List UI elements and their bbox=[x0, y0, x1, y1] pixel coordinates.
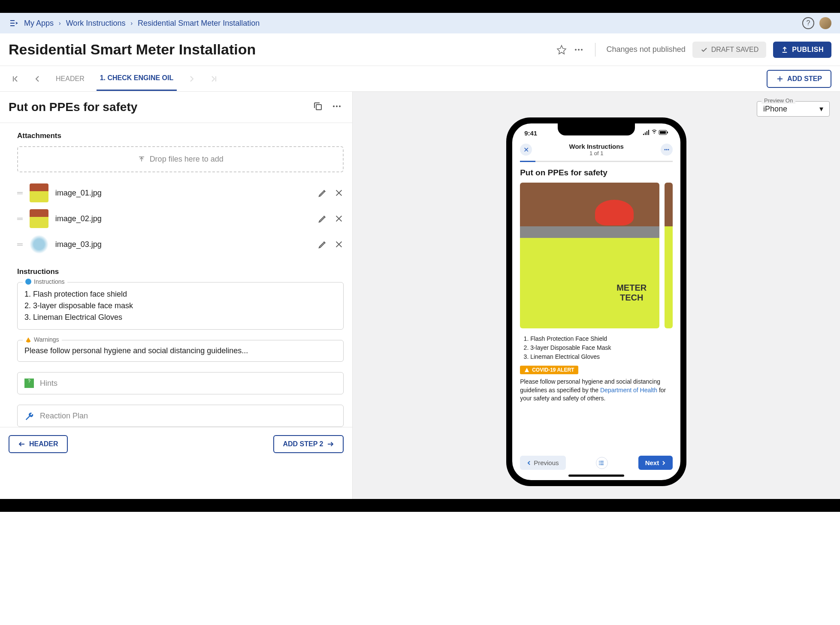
phone-prev-button[interactable]: Previous bbox=[520, 456, 565, 470]
menu-toggle-button[interactable] bbox=[9, 18, 19, 28]
instruction-item: Flash protection face shield bbox=[33, 288, 336, 300]
attachment-thumbnail[interactable] bbox=[30, 209, 48, 228]
svg-point-2 bbox=[581, 49, 583, 51]
svg-point-10 bbox=[665, 149, 666, 150]
instruction-item: Lineman Electrical Gloves bbox=[33, 312, 336, 323]
drag-handle-icon[interactable]: ═ bbox=[17, 189, 23, 198]
edit-icon[interactable] bbox=[318, 188, 327, 198]
warning-icon bbox=[524, 367, 529, 373]
attachment-row: ═ image_01.jpg bbox=[17, 180, 344, 206]
draft-saved-button[interactable]: DRAFT SAVED bbox=[692, 42, 767, 58]
edit-icon[interactable] bbox=[318, 214, 327, 223]
svg-point-0 bbox=[575, 49, 577, 51]
svg-point-1 bbox=[578, 49, 580, 51]
bottom-black-bar bbox=[0, 499, 840, 512]
svg-rect-8 bbox=[660, 131, 666, 134]
instructions-field-label: Instructions bbox=[23, 278, 67, 285]
svg-rect-3 bbox=[316, 105, 321, 110]
form-body: Attachments Drop files here to add ═ ima… bbox=[0, 123, 352, 427]
hints-icon: ? bbox=[24, 379, 34, 388]
preview-device-select[interactable]: Preview On iPhone▾ bbox=[757, 101, 830, 117]
phone-mockup: 9:41 ✕ Work Instructions 1 of 1 bbox=[506, 117, 686, 486]
nav-next-button[interactable]: ADD STEP 2 bbox=[273, 435, 344, 453]
phone-notch bbox=[558, 123, 635, 135]
chevron-left-icon bbox=[527, 461, 531, 465]
more-menu-icon[interactable] bbox=[574, 45, 584, 55]
breadcrumb-separator: › bbox=[59, 20, 61, 27]
phone-header-title: Work Instructions bbox=[569, 143, 624, 150]
breadcrumb-current[interactable]: Residential Smart Meter Installation bbox=[138, 19, 260, 28]
plus-icon bbox=[776, 75, 784, 83]
attachment-name: image_01.jpg bbox=[55, 189, 311, 198]
phone-guideline-text: Please follow personal hygiene and socia… bbox=[520, 378, 673, 403]
page-title: Residential Smart Meter Installation bbox=[9, 41, 256, 58]
phone-step-image[interactable]: METERTECH bbox=[520, 183, 659, 328]
breadcrumb-bar: My Apps › Work Instructions › Residentia… bbox=[0, 13, 840, 33]
attachment-thumbnail[interactable] bbox=[30, 235, 48, 254]
phone-list-icon[interactable] bbox=[596, 457, 608, 469]
arrow-left-icon bbox=[18, 440, 26, 448]
dept-health-link[interactable]: Department of Health bbox=[600, 387, 657, 394]
delete-icon[interactable] bbox=[334, 240, 344, 249]
phone-header: ✕ Work Instructions 1 of 1 bbox=[512, 139, 680, 161]
bottom-nav: HEADER ADD STEP 2 bbox=[0, 427, 352, 461]
delete-icon[interactable] bbox=[334, 188, 344, 198]
svg-point-13 bbox=[599, 461, 600, 462]
phone-more-icon[interactable] bbox=[661, 144, 673, 156]
phone-header-subtitle: 1 of 1 bbox=[569, 150, 624, 156]
tabs-prev-icon[interactable] bbox=[31, 76, 44, 82]
reaction-plan-placeholder: Reaction Plan bbox=[40, 412, 88, 421]
attachment-name: image_03.jpg bbox=[55, 240, 311, 249]
phone-home-indicator bbox=[568, 475, 624, 477]
preview-panel: Preview On iPhone▾ 9:41 ✕ Work Instructi… bbox=[353, 92, 840, 499]
publish-status: Changes not published bbox=[607, 45, 686, 54]
dropzone[interactable]: Drop files here to add bbox=[17, 146, 344, 172]
nav-prev-button[interactable]: HEADER bbox=[9, 435, 68, 453]
delete-icon[interactable] bbox=[334, 214, 344, 223]
instructions-field[interactable]: Instructions Flash protection face shiel… bbox=[17, 282, 344, 330]
favorite-icon[interactable] bbox=[556, 45, 567, 55]
phone-close-icon[interactable]: ✕ bbox=[520, 144, 532, 156]
svg-rect-9 bbox=[667, 132, 668, 133]
info-icon bbox=[25, 279, 31, 285]
breadcrumb-my-apps[interactable]: My Apps bbox=[24, 19, 54, 28]
add-step-button[interactable]: ADD STEP bbox=[767, 70, 831, 88]
warnings-field[interactable]: Warnings Please follow personal hygiene … bbox=[17, 340, 344, 362]
check-icon bbox=[700, 46, 708, 54]
phone-instruction-item: Flash Protection Face Shield bbox=[530, 334, 673, 343]
drag-handle-icon[interactable]: ═ bbox=[17, 240, 23, 249]
phone-instruction-item: Lineman Electrical Gloves bbox=[530, 352, 673, 361]
phone-step-image-next[interactable] bbox=[665, 183, 673, 328]
hints-placeholder: Hints bbox=[40, 379, 57, 388]
breadcrumb-work-instructions[interactable]: Work Instructions bbox=[66, 19, 126, 28]
svg-point-11 bbox=[666, 149, 668, 150]
attachment-name: image_02.jpg bbox=[55, 214, 311, 223]
arrow-right-icon bbox=[326, 440, 334, 448]
attachment-thumbnail[interactable] bbox=[30, 183, 48, 202]
tabs-next-icon[interactable] bbox=[185, 76, 198, 82]
upload-icon bbox=[138, 156, 145, 163]
edit-icon[interactable] bbox=[318, 240, 327, 249]
step-title-bar: Put on PPEs for safety bbox=[0, 92, 352, 123]
tabs-first-icon[interactable] bbox=[9, 75, 22, 82]
phone-next-button[interactable]: Next bbox=[638, 456, 673, 470]
tab-step-1[interactable]: 1. CHECK ENGINE OIL bbox=[97, 66, 177, 91]
main-content: Put on PPEs for safety Attachments Drop … bbox=[0, 92, 840, 499]
reaction-plan-field[interactable]: Reaction Plan bbox=[17, 405, 344, 427]
step-more-icon[interactable] bbox=[332, 101, 344, 113]
svg-point-6 bbox=[339, 105, 341, 107]
hints-field[interactable]: ? Hints bbox=[17, 372, 344, 394]
publish-button[interactable]: PUBLISH bbox=[773, 42, 831, 58]
tab-header[interactable]: HEADER bbox=[52, 67, 88, 90]
drag-handle-icon[interactable]: ═ bbox=[17, 214, 23, 223]
phone-instruction-item: 3-layer Disposable Face Mask bbox=[530, 343, 673, 352]
user-avatar[interactable] bbox=[819, 17, 831, 29]
copy-icon[interactable] bbox=[313, 101, 325, 113]
warnings-field-label: Warnings bbox=[23, 336, 62, 343]
preview-select-label: Preview On bbox=[761, 97, 795, 104]
attachments-label: Attachments bbox=[17, 132, 344, 140]
tabs-last-icon[interactable] bbox=[207, 75, 221, 82]
preview-select-value: iPhone bbox=[763, 105, 787, 114]
title-bar: Residential Smart Meter Installation Cha… bbox=[0, 33, 840, 66]
help-icon[interactable]: ? bbox=[802, 17, 814, 29]
